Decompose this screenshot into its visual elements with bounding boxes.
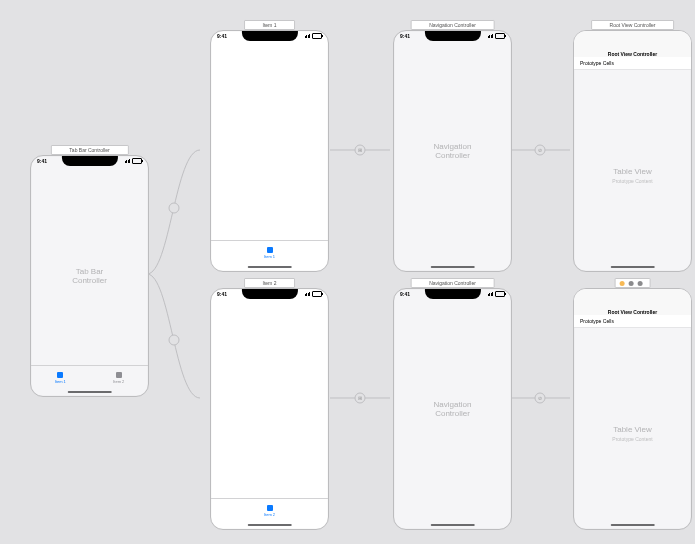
svg-text:⊞: ⊞ (358, 147, 362, 153)
tab-item-2[interactable]: Item 2 (264, 499, 275, 523)
scene-title: Root View Controller (591, 20, 675, 30)
svg-point-4 (355, 393, 365, 403)
home-indicator (610, 266, 654, 269)
battery-icon (495, 33, 505, 39)
signal-icon (488, 292, 494, 296)
scene-title-selected[interactable] (614, 278, 651, 288)
svg-point-2 (355, 145, 365, 155)
svg-text:⊞: ⊞ (358, 395, 362, 401)
prototype-cells-header: Prototype Cells (574, 315, 691, 328)
square-icon (116, 372, 122, 378)
navigation-bar: Root View Controller (574, 289, 691, 318)
phone-frame: 9:41 Navigation Controller (393, 288, 512, 530)
exit-icon[interactable] (638, 281, 643, 286)
svg-text:⊘: ⊘ (538, 395, 542, 401)
tab-item-1[interactable]: Item 1 (31, 366, 90, 390)
status-time: 9:41 (217, 291, 227, 297)
phone-frame: 9:41 Navigation Controller (393, 30, 512, 272)
phone-frame: 9:41 Root View Controller Prototype Cell… (573, 288, 692, 530)
scene-nav-controller-1[interactable]: Navigation Controller 9:41 Navigation Co… (393, 30, 512, 272)
scene-title: Tab Bar Controller (50, 145, 128, 155)
square-icon (267, 247, 273, 253)
home-indicator (610, 524, 654, 527)
battery-icon (312, 33, 322, 39)
signal-icon (125, 159, 131, 163)
scene-title: Navigation Controller (410, 278, 495, 288)
controller-icon[interactable] (619, 281, 624, 286)
prototype-cells-header: Prototype Cells (574, 57, 691, 70)
phone-frame: 9:41 Tab Bar Controller Item 1 Item 2 (30, 155, 149, 397)
tab-item-1[interactable]: Item 1 (264, 241, 275, 265)
status-bar: 9:41 (400, 33, 505, 39)
tab-item-2[interactable]: Item 2 (90, 366, 149, 390)
home-indicator (67, 391, 111, 394)
table-view-label: Table ViewPrototype Content (612, 167, 652, 184)
battery-icon (312, 291, 322, 297)
table-view-label: Table ViewPrototype Content (612, 425, 652, 442)
controller-label: Tab Bar Controller (60, 267, 119, 285)
svg-text:⊘: ⊘ (538, 147, 542, 153)
svg-point-0 (169, 203, 179, 213)
navigation-bar: Root View Controller (574, 31, 691, 60)
status-bar: 9:41 (400, 291, 505, 297)
scene-root-vc-1[interactable]: Root View Controller 9:41 Root View Cont… (573, 30, 692, 272)
first-responder-icon[interactable] (629, 281, 634, 286)
scene-title: Item 1 (244, 20, 296, 30)
scene-title: Navigation Controller (410, 20, 495, 30)
square-icon (57, 372, 63, 378)
controller-label: Navigation Controller (423, 142, 482, 160)
status-time: 9:41 (400, 33, 410, 39)
tab-bar: Item 1 (211, 240, 328, 265)
home-indicator (247, 524, 291, 527)
tab-bar: Item 2 (211, 498, 328, 523)
status-time: 9:41 (217, 33, 227, 39)
home-indicator (430, 524, 474, 527)
tab-bar: Item 1 Item 2 (31, 365, 148, 390)
svg-point-8 (535, 393, 545, 403)
home-indicator (430, 266, 474, 269)
battery-icon (132, 158, 142, 164)
signal-icon (305, 292, 311, 296)
svg-point-6 (535, 145, 545, 155)
home-indicator (247, 266, 291, 269)
status-bar: 9:41 (217, 291, 322, 297)
scene-nav-controller-2[interactable]: Navigation Controller 9:41 Navigation Co… (393, 288, 512, 530)
signal-icon (488, 34, 494, 38)
phone-frame: 9:41 Item 1 (210, 30, 329, 272)
controller-label: Navigation Controller (423, 400, 482, 418)
scene-root-vc-2[interactable]: 9:41 Root View Controller Prototype Cell… (573, 288, 692, 530)
status-time: 9:41 (400, 291, 410, 297)
scene-tab-bar-controller[interactable]: Tab Bar Controller 9:41 Tab Bar Controll… (30, 155, 149, 397)
battery-icon (495, 291, 505, 297)
status-bar: 9:41 (37, 158, 142, 164)
status-bar: 9:41 (217, 33, 322, 39)
scene-item-1[interactable]: Item 1 9:41 Item 1 (210, 30, 329, 272)
svg-point-1 (169, 335, 179, 345)
square-icon (267, 505, 273, 511)
phone-frame: 9:41 Item 2 (210, 288, 329, 530)
storyboard-canvas[interactable]: ⊞ ⊞ ⊘ ⊘ Tab Bar Controller 9:41 Tab Bar … (0, 0, 695, 544)
scene-title: Item 2 (244, 278, 296, 288)
signal-icon (305, 34, 311, 38)
phone-frame: 9:41 Root View Controller Prototype Cell… (573, 30, 692, 272)
status-time: 9:41 (37, 158, 47, 164)
scene-item-2[interactable]: Item 2 9:41 Item 2 (210, 288, 329, 530)
